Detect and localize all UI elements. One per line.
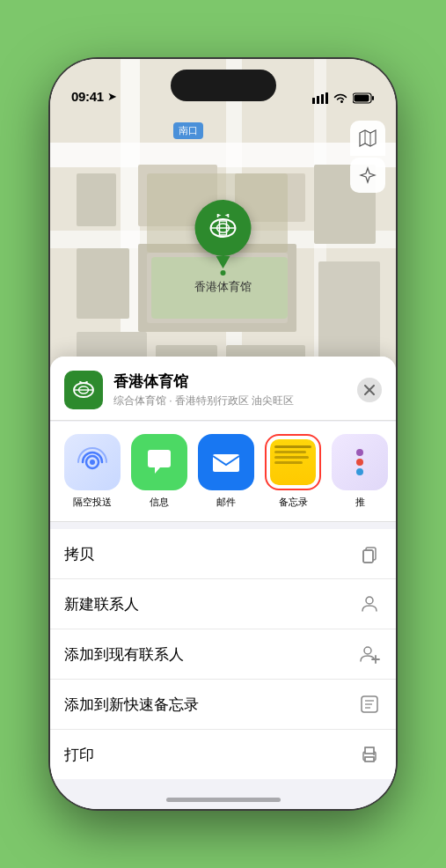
svg-rect-5 — [372, 96, 374, 100]
status-icons — [312, 92, 375, 104]
svg-rect-3 — [325, 92, 328, 104]
mail-label: 邮件 — [216, 496, 236, 509]
svg-rect-1 — [317, 96, 319, 104]
venue-stadium-icon — [71, 378, 96, 402]
stadium-icon — [208, 212, 239, 244]
svg-rect-19 — [77, 248, 129, 319]
map-location-label: 南口 — [173, 122, 203, 139]
messages-icon-bg — [131, 434, 187, 490]
copy-icon — [357, 541, 382, 566]
share-item-mail[interactable]: 邮件 — [198, 434, 254, 509]
action-row-quick-notes[interactable]: 添加到新快速备忘录 — [50, 680, 396, 730]
svg-rect-2 — [321, 94, 324, 104]
mail-icon — [208, 445, 244, 480]
print-icon — [357, 742, 382, 767]
action-row-new-contact[interactable]: 新建联系人 — [50, 579, 396, 629]
svg-rect-60 — [365, 757, 374, 761]
home-indicator — [166, 798, 281, 802]
copy-label: 拷贝 — [64, 544, 94, 564]
svg-rect-0 — [312, 98, 315, 104]
svg-rect-6 — [355, 95, 369, 102]
svg-point-62 — [373, 754, 375, 755]
svg-rect-15 — [77, 173, 116, 226]
home-indicator-area — [50, 779, 396, 809]
airdrop-label: 隔空投送 — [73, 496, 112, 509]
close-button[interactable] — [357, 378, 382, 402]
notes-icon-bg — [265, 434, 321, 490]
pin-tail — [216, 256, 230, 268]
messages-icon — [143, 445, 176, 479]
svg-marker-31 — [218, 214, 222, 217]
notes-label: 备忘录 — [279, 496, 308, 509]
venue-info: 香港体育馆 综合体育馆 · 香港特别行政区 油尖旺区 — [113, 371, 347, 408]
share-item-notes[interactable]: 备忘录 — [265, 434, 321, 509]
phone-screen: 09:41 ➤ — [50, 59, 396, 809]
quick-notes-label: 添加到新快速备忘录 — [64, 695, 199, 715]
wifi-icon — [333, 93, 347, 104]
venue-name: 香港体育馆 — [113, 371, 347, 392]
location-arrow-icon: ➤ — [107, 90, 117, 103]
dynamic-island — [171, 70, 276, 101]
add-existing-icon — [357, 642, 382, 666]
location-button[interactable] — [350, 158, 385, 193]
new-contact-icon — [357, 592, 382, 616]
pin-dot — [221, 270, 226, 276]
map-type-icon — [358, 129, 377, 148]
map-label-text: 南口 — [179, 125, 198, 136]
map-type-button[interactable] — [350, 121, 385, 156]
svg-marker-33 — [225, 214, 229, 217]
action-row-print[interactable]: 打印 — [50, 730, 396, 779]
svg-rect-8 — [50, 143, 396, 167]
svg-rect-45 — [213, 454, 239, 472]
add-existing-label: 添加到现有联系人 — [64, 644, 184, 665]
more-label: 推 — [355, 496, 365, 509]
more-icon-bg — [332, 434, 388, 490]
share-row: 隔空投送 信息 — [50, 422, 396, 522]
mail-icon-bg — [198, 434, 254, 490]
messages-label: 信息 — [150, 496, 169, 509]
location-icon — [359, 166, 377, 184]
sheet-header: 香港体育馆 综合体育馆 · 香港特别行政区 油尖旺区 — [50, 357, 396, 421]
pin-circle-icon — [195, 200, 252, 256]
action-row-copy[interactable]: 拷贝 — [50, 529, 396, 579]
phone-frame: 09:41 ➤ — [50, 59, 396, 809]
share-item-messages[interactable]: 信息 — [131, 434, 187, 509]
close-icon — [364, 385, 375, 395]
quick-notes-icon — [357, 692, 382, 717]
svg-point-49 — [366, 597, 373, 604]
signal-icon — [312, 92, 328, 104]
svg-point-44 — [90, 460, 95, 465]
svg-point-50 — [364, 647, 371, 654]
bottom-sheet: 香港体育馆 综合体育馆 · 香港特别行政区 油尖旺区 — [50, 357, 396, 809]
status-time: 09:41 — [71, 89, 104, 104]
action-list: 拷贝 新建联系人 — [50, 529, 396, 779]
venue-icon — [64, 371, 103, 409]
action-row-add-existing[interactable]: 添加到现有联系人 — [50, 629, 396, 680]
airdrop-icon — [76, 445, 109, 479]
share-item-more[interactable]: 推 — [332, 434, 388, 509]
share-item-airdrop[interactable]: 隔空投送 — [64, 434, 121, 509]
pin-label: 香港体育馆 — [194, 279, 252, 295]
svg-rect-58 — [365, 747, 374, 754]
map-controls — [350, 121, 385, 193]
airdrop-icon-bg — [64, 434, 121, 490]
battery-icon — [353, 92, 375, 104]
print-label: 打印 — [64, 745, 94, 765]
venue-description: 综合体育馆 · 香港特别行政区 油尖旺区 — [113, 394, 347, 408]
location-pin: 香港体育馆 — [194, 200, 252, 295]
svg-rect-47 — [363, 550, 373, 563]
new-contact-label: 新建联系人 — [64, 594, 139, 614]
